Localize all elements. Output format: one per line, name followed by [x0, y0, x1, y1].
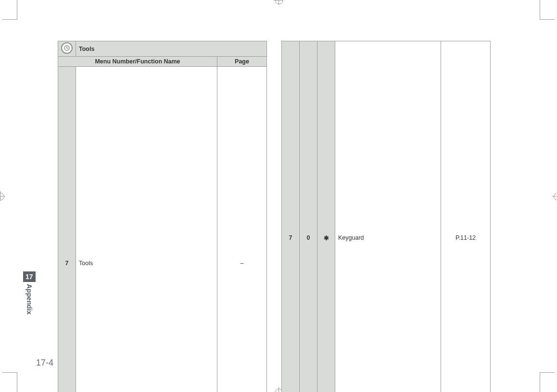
table-row: 7Tools– — [58, 67, 267, 392]
registration-mark-top — [274, 0, 283, 5]
crop-mark-tr — [540, 0, 555, 20]
tools-menu-table-continued: 70✱KeyguardP.11-12＃DriveP.11-12Yahoo! Ke… — [281, 41, 491, 392]
section-title: Tools — [76, 41, 267, 57]
page-number: 17-4 — [36, 358, 53, 368]
registration-mark-left — [0, 191, 5, 201]
table-row: 70✱KeyguardP.11-12 — [282, 41, 491, 392]
page-ref: P.11-12 — [441, 41, 491, 392]
column-header-row: Menu Number/Function Name Page — [58, 57, 267, 67]
crop-mark-tl — [2, 0, 17, 20]
chapter-number: 17 — [23, 271, 36, 282]
page-ref: – — [217, 67, 267, 392]
page-header: Page — [217, 57, 267, 67]
chapter-label: Appendix — [25, 284, 33, 315]
menu-header: Menu Number/Function Name — [58, 57, 217, 67]
chapter-tab: 17 Appendix — [23, 271, 36, 315]
section-header-row: Tools — [58, 41, 267, 57]
crop-mark-br — [540, 372, 555, 392]
tools-menu-table: Tools Menu Number/Function Name Page 7To… — [58, 41, 267, 392]
tools-icon — [58, 41, 76, 57]
function-name: Keyguard — [335, 41, 441, 392]
function-name: Tools — [76, 67, 217, 392]
crop-mark-bl — [2, 372, 17, 392]
registration-mark-right — [552, 191, 557, 201]
